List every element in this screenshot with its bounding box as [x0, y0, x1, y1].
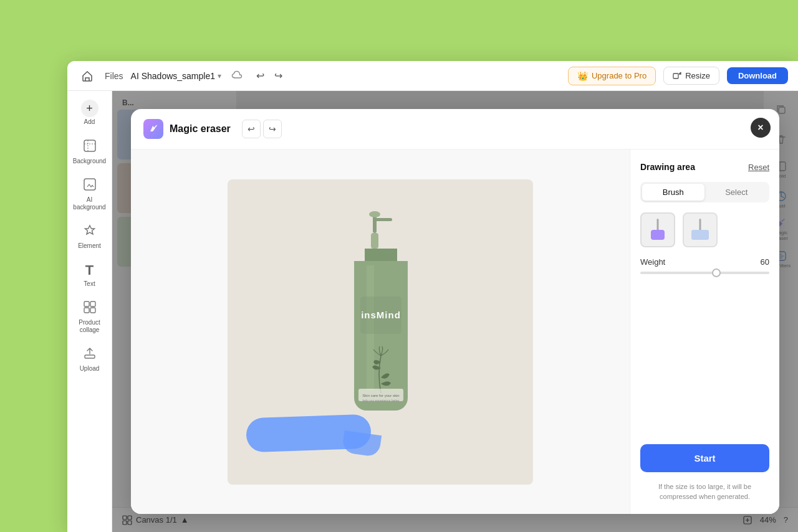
reset-button[interactable]: Reset	[748, 163, 769, 172]
ai-background-label: AI background	[72, 196, 107, 211]
brush-eraser-icon	[683, 212, 718, 247]
left-sidebar: + Add Background	[67, 91, 112, 532]
element-label: Element	[78, 242, 101, 250]
svg-point-18	[369, 211, 380, 217]
brush-select-toggle: Brush Select	[640, 182, 769, 202]
upgrade-button[interactable]: 👑 Upgrade to Pro	[568, 67, 656, 85]
sidebar-item-add[interactable]: + Add	[70, 96, 110, 129]
product-collage-label: Product collage	[72, 319, 107, 334]
sidebar-item-background[interactable]: Background	[70, 134, 110, 170]
modal-close-button[interactable]: ×	[751, 118, 771, 138]
modal-body: insMind	[131, 150, 779, 514]
bottle-image: insMind	[299, 209, 461, 455]
product-image-container[interactable]: insMind	[228, 179, 533, 485]
project-chevron-icon: ▾	[218, 72, 221, 80]
crown-icon: 👑	[577, 71, 588, 81]
select-toggle-button[interactable]: Select	[706, 184, 768, 201]
download-button[interactable]: Download	[727, 67, 788, 84]
svg-rect-6	[90, 308, 95, 313]
add-icon: +	[81, 100, 99, 117]
undo-redo-group: ↩ ↪	[252, 67, 286, 84]
main-area: + Add Background	[67, 91, 798, 532]
background-label: Background	[73, 158, 106, 165]
add-label: Add	[84, 118, 95, 125]
modal-undo-redo: ↩ ↪	[242, 120, 282, 138]
modal-header: Magic eraser ↩ ↪ ×	[131, 109, 779, 150]
ai-background-icon	[83, 178, 97, 194]
sidebar-item-upload[interactable]: Upload	[70, 341, 110, 378]
brush-toggle-button[interactable]: Brush	[642, 184, 704, 201]
text-icon: T	[85, 262, 94, 278]
svg-rect-1	[84, 140, 95, 151]
brush-options	[640, 212, 769, 247]
svg-rect-21	[371, 233, 378, 249]
weight-label: Weight	[640, 257, 665, 267]
modal-right-panel: Drawing area Reset Brush Select	[630, 150, 779, 514]
svg-rect-2	[84, 179, 95, 190]
magic-eraser-modal: Magic eraser ↩ ↪ ×	[131, 109, 779, 514]
magic-eraser-icon	[143, 119, 163, 139]
upload-icon	[83, 346, 97, 363]
weight-section: Weight 60	[640, 257, 769, 274]
drawing-area-title: Drawing area	[640, 162, 695, 172]
brush-normal-option[interactable]	[640, 212, 675, 247]
panel-spacer	[640, 284, 769, 434]
resize-button[interactable]: Resize	[663, 67, 719, 85]
content-area: B...	[112, 91, 798, 532]
upload-label: Upload	[80, 365, 100, 373]
project-name[interactable]: AI Shadows_sample1 ▾	[131, 71, 221, 81]
redo-button[interactable]: ↪	[271, 67, 286, 84]
weight-slider[interactable]	[640, 272, 769, 274]
svg-text:help you experience better: help you experience better	[363, 399, 400, 402]
sidebar-item-product-collage[interactable]: Product collage	[70, 295, 110, 339]
svg-rect-3	[84, 302, 89, 306]
element-icon	[83, 224, 97, 240]
svg-text:insMind: insMind	[361, 310, 401, 320]
weight-value: 60	[761, 257, 769, 267]
brush-eraser-option[interactable]	[683, 212, 718, 247]
svg-rect-7	[85, 355, 95, 358]
home-button[interactable]	[77, 66, 97, 86]
svg-text:Skin care for your skin: Skin care for your skin	[362, 394, 399, 397]
weight-label-row: Weight 60	[640, 257, 769, 267]
text-label: Text	[84, 280, 95, 288]
svg-rect-5	[84, 308, 89, 313]
svg-rect-0	[673, 74, 678, 78]
undo-button[interactable]: ↩	[252, 67, 268, 84]
product-collage-icon	[83, 300, 97, 317]
panel-header: Drawing area Reset	[640, 162, 769, 172]
modal-undo-button[interactable]: ↩	[242, 120, 261, 138]
modal-overlay: Magic eraser ↩ ↪ ×	[112, 91, 798, 532]
sidebar-item-element[interactable]: Element	[70, 219, 110, 255]
topbar: Files AI Shadows_sample1 ▾ ↩ ↪ 👑 Upgrade…	[67, 61, 798, 91]
modal-redo-button[interactable]: ↪	[263, 120, 282, 138]
sidebar-item-text[interactable]: T Text	[70, 257, 110, 293]
cloud-sync-icon[interactable]	[231, 69, 243, 83]
app-window: Files AI Shadows_sample1 ▾ ↩ ↪ 👑 Upgrade…	[67, 61, 798, 532]
modal-canvas-area[interactable]: insMind	[131, 150, 630, 514]
start-button[interactable]: Start	[640, 444, 769, 472]
background-icon	[83, 139, 97, 156]
brush-normal-icon	[640, 212, 675, 247]
modal-title: Magic eraser	[170, 123, 231, 135]
sidebar-item-ai-background[interactable]: AI background	[70, 173, 110, 216]
svg-rect-4	[90, 302, 95, 306]
compress-note: If the size is too large, it will be com…	[640, 482, 769, 501]
files-link[interactable]: Files	[105, 71, 123, 81]
svg-rect-19	[375, 218, 392, 221]
